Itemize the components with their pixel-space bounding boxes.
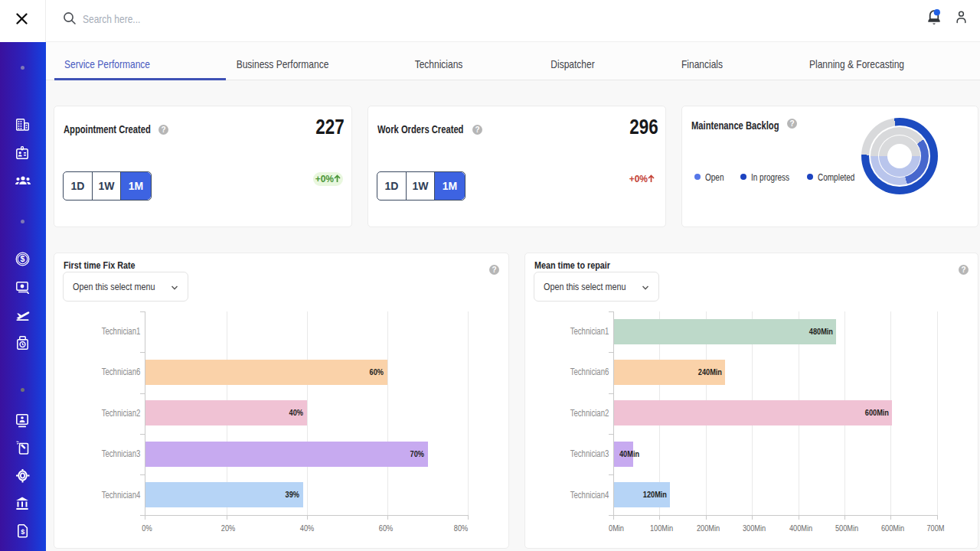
svg-text:$: $ [21, 528, 24, 536]
svg-text:$: $ [21, 254, 25, 263]
